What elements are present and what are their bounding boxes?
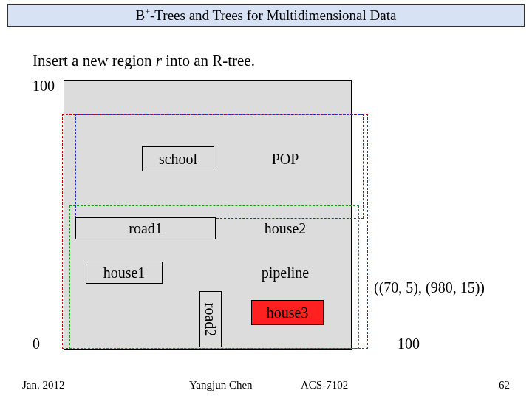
subtitle: Insert a new region r into an R-tree. [33, 52, 255, 70]
y-axis-max: 100 [33, 78, 55, 95]
region-house1: house1 [86, 262, 163, 284]
x-axis-max: 100 [398, 335, 420, 352]
bounding-box-upper [75, 114, 364, 219]
region-road2: road2 [200, 291, 222, 347]
slide-title: B+-Trees and Trees for Multidimensional … [7, 4, 525, 27]
subtitle-var: r [156, 52, 162, 69]
subtitle-pre: Insert a new region [33, 52, 156, 69]
footer-page: 62 [499, 379, 510, 392]
subtitle-post: into an R-tree. [162, 52, 255, 69]
footer-author: Yangjun Chen [189, 379, 253, 392]
region-road1: road1 [75, 217, 216, 239]
title-post: -Trees and Trees for Multidimensional Da… [150, 8, 396, 24]
title-pre: B [136, 8, 146, 24]
region-house2: house2 [247, 217, 324, 239]
axis-origin: 0 [33, 335, 40, 352]
region-road2-label: road2 [202, 302, 219, 336]
title-text: B+-Trees and Trees for Multidimensional … [136, 7, 397, 24]
region-house3: house3 [251, 300, 324, 325]
footer-date: Jan. 2012 [22, 379, 65, 392]
region-pop: POP [259, 146, 312, 171]
region-pipeline: pipeline [247, 262, 324, 284]
coords-annotation: ((70, 5), (980, 15)) [374, 279, 485, 296]
footer-course: ACS-7102 [301, 379, 348, 392]
region-school: school [142, 146, 214, 171]
